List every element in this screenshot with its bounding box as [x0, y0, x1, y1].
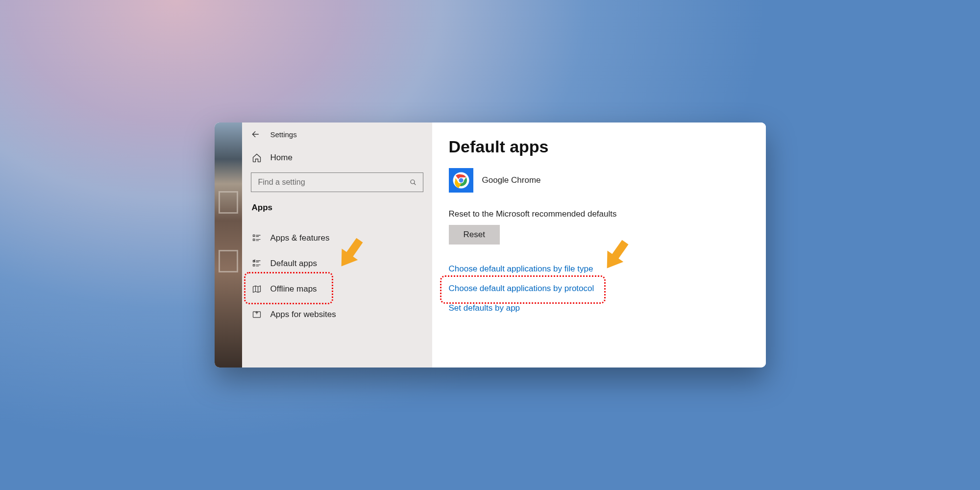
- nav-label: Apps & features: [270, 233, 330, 243]
- nav-default-apps[interactable]: Default apps: [242, 251, 432, 276]
- apps-for-websites-icon: [252, 310, 262, 319]
- link-choose-by-file-type[interactable]: Choose default applications by file type: [449, 259, 749, 279]
- wallpaper: Settings Home Apps Apps & features: [0, 0, 980, 490]
- link-choose-by-protocol[interactable]: Choose default applications by protocol: [449, 279, 749, 298]
- desktop-strip: [215, 122, 242, 368]
- reset-description: Reset to the Microsoft recommended defau…: [449, 209, 749, 219]
- apps-features-icon: [252, 233, 262, 243]
- nav-label: Apps for websites: [270, 310, 336, 319]
- reset-button[interactable]: Reset: [449, 225, 500, 245]
- nav-apps-and-features[interactable]: Apps & features: [242, 225, 432, 251]
- settings-window: Settings Home Apps Apps & features: [215, 122, 766, 368]
- default-browser-row[interactable]: Google Chrome: [449, 168, 749, 193]
- page-title: Default apps: [449, 137, 749, 156]
- category-label: Apps: [242, 192, 432, 217]
- default-apps-icon: [252, 259, 262, 269]
- svg-point-0: [411, 180, 415, 184]
- svg-rect-4: [253, 265, 254, 266]
- svg-rect-2: [253, 239, 254, 241]
- nav-list: Apps & features Default apps Offline map…: [242, 225, 432, 327]
- main-panel: Default apps Google Chrome Reset to the …: [432, 122, 766, 368]
- window-title: Settings: [270, 130, 297, 139]
- back-button[interactable]: [251, 129, 261, 139]
- default-browser-name: Google Chrome: [482, 175, 541, 185]
- chrome-icon: [449, 168, 473, 193]
- nav-home-label: Home: [270, 153, 293, 163]
- nav-label: Default apps: [270, 259, 317, 269]
- sidebar: Settings Home Apps Apps & features: [242, 122, 432, 368]
- offline-maps-icon: [252, 284, 262, 294]
- nav-offline-maps[interactable]: Offline maps: [242, 276, 432, 302]
- nav-home[interactable]: Home: [242, 146, 432, 170]
- home-icon: [252, 153, 262, 163]
- nav-label: Offline maps: [270, 284, 317, 294]
- titlebar: Settings: [242, 122, 432, 146]
- nav-apps-for-websites[interactable]: Apps for websites: [242, 302, 432, 327]
- search-box[interactable]: [251, 172, 423, 192]
- search-icon: [409, 178, 417, 186]
- search-input[interactable]: [257, 177, 409, 187]
- svg-rect-1: [253, 235, 254, 236]
- link-set-defaults-by-app[interactable]: Set defaults by app: [449, 298, 749, 318]
